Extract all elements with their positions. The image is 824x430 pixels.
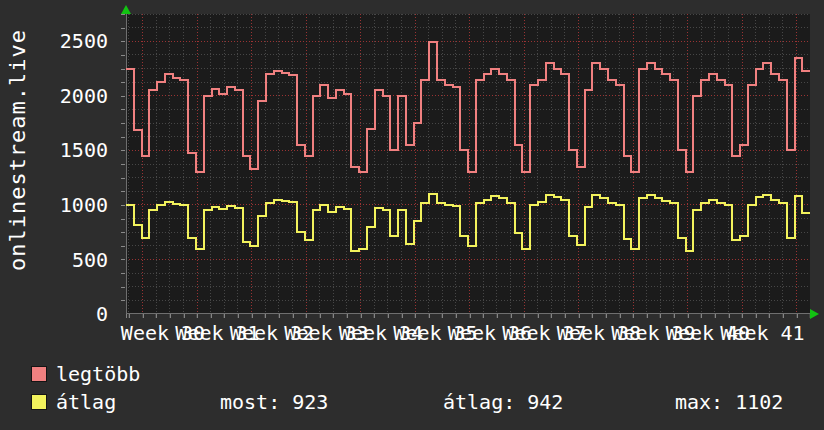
series-line-legtobb [126, 42, 810, 172]
x-axis-ticks [126, 314, 810, 318]
y-tick-label: 1500 [0, 138, 108, 162]
plot-area [126, 14, 810, 314]
stat-atlag: átlag: 942 [443, 390, 563, 414]
legend-swatch-legtobb [31, 366, 47, 382]
series-line-atlag [126, 194, 810, 251]
legend-label-atlag: átlag [56, 390, 116, 414]
stat-max: max: 1102 [675, 390, 783, 414]
y-axis-arrow-icon [121, 5, 131, 14]
x-axis-label: Week 41 [720, 321, 804, 345]
x-axis-arrow-icon [810, 309, 819, 319]
rrdtool-graph: onlinestream.live 05001000150020002500 W… [0, 0, 824, 430]
y-tick-label: 2000 [0, 84, 108, 108]
y-tick-label: 0 [0, 302, 108, 326]
y-tick-label: 2500 [0, 29, 108, 53]
y-tick-label: 1000 [0, 193, 108, 217]
stat-most: most: 923 [220, 390, 328, 414]
legend-label-legtobb: legtöbb [56, 362, 140, 386]
legend-swatch-atlag [31, 394, 47, 410]
y-axis-ticks [121, 14, 125, 314]
y-tick-label: 500 [0, 248, 108, 272]
